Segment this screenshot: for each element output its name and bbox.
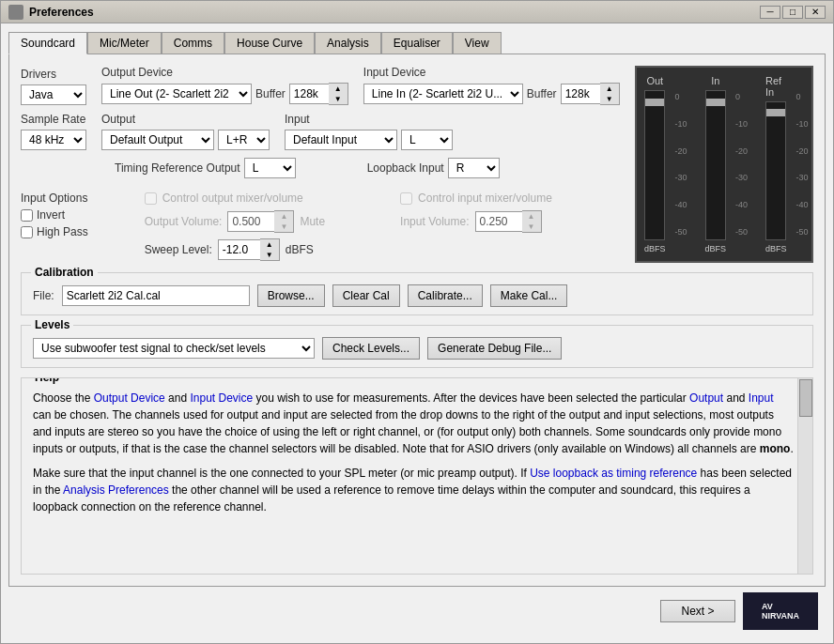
timing-ref-select[interactable]: L (244, 158, 296, 178)
levels-section: Levels Use subwoofer test signal to chec… (21, 325, 813, 368)
browse-button[interactable]: Browse... (257, 284, 325, 307)
sample-rate-select[interactable]: 48 kHz (21, 130, 86, 150)
tab-mic-meter[interactable]: Mic/Meter (87, 32, 162, 54)
levels-select[interactable]: Use subwoofer test signal to check/set l… (33, 338, 315, 359)
input-link[interactable]: Input (749, 391, 774, 405)
output-buffer-input[interactable] (289, 84, 329, 104)
generate-debug-button[interactable]: Generate Debug File... (427, 337, 562, 360)
preferences-window: Preferences ─ □ ✕ Soundcard Mic/Meter Co… (0, 0, 834, 644)
minimize-button[interactable]: ─ (760, 6, 780, 19)
input-buffer-label: Buffer (527, 87, 557, 100)
output-buffer-label: Buffer (255, 87, 286, 100)
out-meter: Out dBFS (644, 75, 666, 253)
output-volume-spinner: ▲ ▼ (227, 210, 294, 233)
ref-in-meter-unit: dBFS (765, 244, 787, 253)
output-buffer-down[interactable]: ▼ (329, 94, 348, 104)
close-button[interactable]: ✕ (805, 6, 826, 19)
output-volume-down[interactable]: ▼ (274, 222, 293, 232)
output-lr-select[interactable]: L+R (218, 130, 270, 150)
ref-in-meter: Ref In dBFS (765, 75, 787, 253)
output-buffer-buttons: ▲ ▼ (329, 83, 348, 105)
timing-ref-label: Timing Reference Output (115, 161, 240, 175)
loopback-select[interactable]: R (448, 158, 500, 178)
ref-in-meter-label: Ref In (765, 75, 787, 98)
tab-equaliser[interactable]: Equaliser (381, 32, 453, 54)
next-button[interactable]: Next > (660, 600, 735, 622)
sample-rate-group: Sample Rate 48 kHz (21, 113, 86, 150)
tab-house-curve[interactable]: House Curve (224, 32, 315, 54)
input-device-select[interactable]: Line In (2- Scarlett 2i2 U... (363, 84, 523, 104)
loopback-timing-link[interactable]: Use loopback as timing reference (530, 467, 697, 480)
app-icon (8, 5, 23, 20)
drivers-select[interactable]: Java (21, 84, 86, 105)
input-channel-select[interactable]: Default Input (285, 130, 397, 150)
output-device-label: Output Device (101, 66, 348, 79)
sweep-level-unit: dBFS (286, 243, 314, 256)
sweep-level-down[interactable]: ▼ (260, 250, 279, 260)
in-meter-label: In (711, 75, 719, 86)
input-device-link[interactable]: Input Device (190, 391, 253, 405)
help-scrollbar-thumb[interactable] (799, 379, 812, 417)
title-bar-left: Preferences (8, 5, 94, 20)
levels-title: Levels (31, 318, 73, 331)
in-meter-unit: dBFS (705, 244, 727, 253)
help-scrollbar[interactable] (797, 378, 812, 574)
help-title: Help (31, 377, 63, 384)
tab-analysis[interactable]: Analysis (315, 32, 381, 54)
in-meter-handle[interactable] (706, 99, 725, 106)
output-volume-input[interactable] (227, 211, 274, 232)
tab-comms[interactable]: Comms (162, 32, 224, 54)
input-device-label: Input Device (363, 66, 620, 79)
input-channel-label: Input (285, 113, 453, 126)
input-channel-group: Input Default Input L (285, 113, 453, 150)
sweep-level-input[interactable] (218, 239, 260, 260)
top-controls: Drivers Java Output Device Line Out (2- … (21, 66, 624, 261)
out-meter-label: Out (646, 75, 663, 86)
input-device-group: Input Device Line In (2- Scarlett 2i2 U.… (363, 66, 620, 105)
input-buffer-buttons: ▲ ▼ (600, 83, 620, 105)
maximize-button[interactable]: □ (782, 6, 803, 19)
output-buffer-up[interactable]: ▲ (329, 84, 348, 94)
ref-in-meter-track (765, 101, 786, 240)
cal-file-label: File: (33, 289, 54, 302)
analysis-prefs-link[interactable]: Analysis Preferences (63, 483, 169, 497)
ref-in-meter-handle[interactable] (766, 109, 785, 116)
out-meter-handle[interactable] (645, 99, 664, 106)
input-volume-input[interactable] (475, 211, 522, 232)
title-bar: Preferences ─ □ ✕ (1, 1, 833, 23)
input-buffer-down[interactable]: ▼ (600, 94, 619, 104)
make-cal-button[interactable]: Make Cal... (490, 284, 568, 307)
tab-soundcard[interactable]: Soundcard (8, 32, 87, 54)
control-output-checkbox[interactable] (145, 192, 157, 205)
input-buffer-input[interactable] (561, 84, 600, 104)
output-channel-label: Output (101, 113, 270, 126)
output-device-link[interactable]: Output Device (94, 391, 165, 405)
input-volume-down[interactable]: ▼ (522, 222, 541, 232)
output-device-select[interactable]: Line Out (2- Scarlett 2i2 ... (101, 84, 252, 104)
content-area: Soundcard Mic/Meter Comms House Curve An… (1, 23, 833, 643)
calibrate-button[interactable]: Calibrate... (408, 284, 483, 307)
bottom-bar: Next > AVNIRVANA (8, 587, 826, 636)
invert-group: Invert (21, 208, 88, 222)
tab-view[interactable]: View (453, 32, 502, 54)
output-link[interactable]: Output (689, 391, 723, 405)
high-pass-checkbox[interactable] (21, 226, 33, 238)
output-channel-select[interactable]: Default Output (101, 130, 214, 150)
sweep-level-up[interactable]: ▲ (260, 239, 279, 250)
invert-checkbox[interactable] (21, 209, 33, 222)
out-meter-unit: dBFS (644, 244, 666, 253)
input-volume-up[interactable]: ▲ (522, 211, 541, 222)
clear-cal-button[interactable]: Clear Cal (332, 284, 400, 307)
input-buffer-up[interactable]: ▲ (600, 84, 619, 94)
input-lr-select[interactable]: L (401, 130, 453, 150)
title-controls: ─ □ ✕ (760, 6, 826, 19)
output-volume-up[interactable]: ▲ (274, 211, 293, 222)
control-input-checkbox[interactable] (400, 192, 412, 205)
calibration-section: Calibration File: Browse... Clear Cal Ca… (21, 272, 813, 315)
drivers-label: Drivers (21, 68, 86, 81)
loopback-label: Loopback Input (367, 161, 444, 175)
output-volume-label: Output Volume: (145, 215, 223, 228)
cal-file-input[interactable] (62, 285, 250, 306)
output-device-group: Output Device Line Out (2- Scarlett 2i2 … (101, 66, 348, 105)
check-levels-button[interactable]: Check Levels... (322, 337, 420, 360)
